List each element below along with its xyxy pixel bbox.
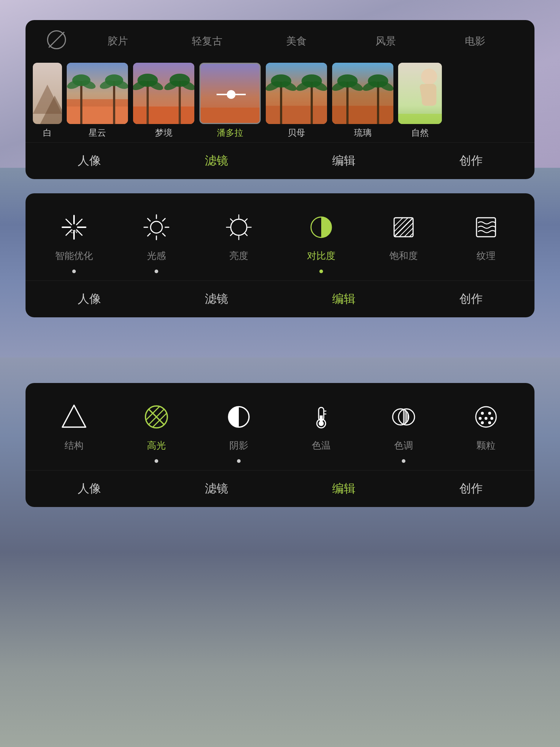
tool-dot-light-sense xyxy=(155,270,158,273)
svg-point-63 xyxy=(151,221,162,233)
svg-point-27 xyxy=(227,90,236,99)
filter-item-mengjing[interactable]: 梦境 xyxy=(133,63,195,139)
filter-label-pandola: 潘多拉 xyxy=(217,127,243,139)
svg-point-49 xyxy=(421,69,437,85)
svg-line-60 xyxy=(77,219,82,225)
tool-light-sense[interactable]: 光感 xyxy=(115,211,198,273)
tool-label-texture: 纹理 xyxy=(477,249,495,262)
filter-panel-tabbar: 人像 滤镜 编辑 创作 xyxy=(26,142,534,179)
svg-line-70 xyxy=(163,218,165,221)
edit-panel-bottom: 结构 高光 xyxy=(26,383,534,507)
svg-point-115 xyxy=(479,417,482,420)
tool-dot-highlight xyxy=(155,459,158,463)
smart-optimize-icon: ON xyxy=(58,211,90,244)
filter-label-beumu: 贝母 xyxy=(288,127,305,139)
tool-label-saturation: 饱和度 xyxy=(389,249,418,262)
svg-rect-39 xyxy=(332,106,393,124)
svg-point-114 xyxy=(488,412,491,415)
filter-label-bai: 白 xyxy=(43,127,52,139)
color-temp-icon xyxy=(305,400,338,433)
tab-portrait-2[interactable]: 人像 xyxy=(26,291,153,307)
filter-cat-fengjing[interactable]: 风景 xyxy=(341,34,431,48)
tab-filter-1[interactable]: 滤镜 xyxy=(153,153,280,169)
svg-line-68 xyxy=(148,218,150,221)
filter-cat-qingfugu[interactable]: 轻复古 xyxy=(162,34,252,48)
filter-item-beumu[interactable]: 贝母 xyxy=(265,63,327,139)
tool-label-contrast: 对比度 xyxy=(307,249,335,262)
saturation-icon xyxy=(387,211,420,244)
no-filter-icon xyxy=(47,30,66,49)
svg-rect-4 xyxy=(67,107,128,124)
svg-text:ON: ON xyxy=(70,229,78,234)
tool-smart-optimize[interactable]: ON 智能优化 xyxy=(33,211,115,273)
svg-line-71 xyxy=(148,233,150,236)
filter-label-ziran: 自然 xyxy=(411,127,429,139)
tool-label-brightness: 亮度 xyxy=(229,249,248,262)
brightness-icon xyxy=(222,211,255,244)
shadow-icon xyxy=(222,400,255,433)
tab-edit-3[interactable]: 编辑 xyxy=(280,481,407,497)
filter-cat-none[interactable] xyxy=(40,30,73,52)
svg-rect-15 xyxy=(133,107,194,124)
highlight-icon xyxy=(140,400,173,433)
tab-filter-2[interactable]: 滤镜 xyxy=(153,291,280,307)
tab-portrait-3[interactable]: 人像 xyxy=(26,481,153,497)
svg-line-77 xyxy=(230,219,233,221)
filter-item-xinyun[interactable]: 星云 xyxy=(66,63,128,139)
filter-item-pandola[interactable]: 潘多拉 xyxy=(199,63,261,139)
tool-texture[interactable]: 纹理 xyxy=(445,211,527,273)
tab-filter-3[interactable]: 滤镜 xyxy=(153,481,280,497)
tab-portrait-1[interactable]: 人像 xyxy=(26,153,153,169)
tool-label-light-sense: 光感 xyxy=(147,249,166,262)
svg-line-80 xyxy=(230,233,233,236)
svg-line-83 xyxy=(394,218,413,237)
filter-thumbnails: 白 xyxy=(26,59,534,142)
edit-panel-top-tabbar: 人像 滤镜 编辑 创作 xyxy=(26,280,534,317)
tool-shadow[interactable]: 阴影 xyxy=(198,400,280,463)
texture-icon xyxy=(470,211,502,244)
tool-label-shadow: 阴影 xyxy=(229,439,248,452)
svg-line-85 xyxy=(404,228,413,237)
edit-panel-top: ON 智能优化 光感 xyxy=(26,193,534,317)
svg-point-119 xyxy=(488,421,491,424)
tab-edit-2[interactable]: 编辑 xyxy=(280,291,407,307)
tool-color-temp[interactable]: 色温 xyxy=(280,400,362,463)
filter-categories: 胶片 轻复古 美食 风景 电影 xyxy=(26,20,534,59)
tool-contrast[interactable]: 对比度 xyxy=(280,211,362,273)
grain-icon xyxy=(470,400,502,433)
filter-label-mengjing: 梦境 xyxy=(155,127,172,139)
tab-create-1[interactable]: 创作 xyxy=(407,153,534,169)
filter-item-ziran[interactable]: 自然 xyxy=(398,63,442,139)
tool-dot-contrast xyxy=(319,270,323,273)
svg-point-101 xyxy=(319,421,324,426)
svg-line-58 xyxy=(66,219,71,225)
filter-cat-meishi[interactable]: 美食 xyxy=(252,34,341,48)
tool-structure[interactable]: 结构 xyxy=(33,400,115,463)
tool-hue[interactable]: 色调 xyxy=(362,400,445,463)
svg-point-117 xyxy=(490,417,493,420)
tab-create-3[interactable]: 创作 xyxy=(407,481,534,497)
filter-panel: 胶片 轻复古 美食 风景 电影 白 xyxy=(26,20,534,179)
tool-dot-shadow xyxy=(237,459,241,463)
svg-rect-89 xyxy=(477,218,495,237)
svg-rect-25 xyxy=(201,108,261,124)
svg-line-78 xyxy=(245,233,247,236)
tool-label-hue: 色调 xyxy=(394,439,413,452)
tab-edit-1[interactable]: 编辑 xyxy=(280,153,407,169)
tool-grain[interactable]: 颗粒 xyxy=(445,400,527,463)
svg-rect-53 xyxy=(398,114,442,124)
svg-rect-29 xyxy=(266,106,327,124)
filter-item-liuli[interactable]: 琉璃 xyxy=(332,63,394,139)
filter-cat-jiaopian[interactable]: 胶片 xyxy=(73,34,162,48)
edit-panel-bottom-tabbar: 人像 滤镜 编辑 创作 xyxy=(26,470,534,507)
svg-point-118 xyxy=(481,421,484,424)
tab-create-2[interactable]: 创作 xyxy=(407,291,534,307)
tool-highlight[interactable]: 高光 xyxy=(115,400,198,463)
svg-line-69 xyxy=(163,233,165,236)
filter-cat-dianying[interactable]: 电影 xyxy=(431,34,520,48)
svg-point-116 xyxy=(485,417,487,420)
filter-item-bai[interactable]: 白 xyxy=(33,63,62,139)
tool-saturation[interactable]: 饱和度 xyxy=(362,211,445,273)
edit-tools-top: ON 智能优化 光感 xyxy=(26,193,534,280)
tool-brightness[interactable]: 亮度 xyxy=(198,211,280,273)
